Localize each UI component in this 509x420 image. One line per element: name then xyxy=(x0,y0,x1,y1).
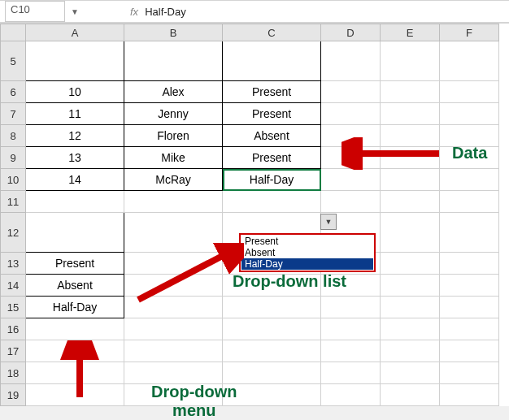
cell[interactable] xyxy=(124,191,223,213)
row-header[interactable]: 10 xyxy=(1,169,26,191)
cell[interactable] xyxy=(26,318,124,340)
cell[interactable] xyxy=(381,103,440,125)
col-header-A[interactable]: A xyxy=(26,24,124,41)
cell[interactable] xyxy=(321,169,381,191)
cell[interactable] xyxy=(440,318,499,340)
dropdown-option[interactable]: Present xyxy=(241,236,373,247)
cell[interactable] xyxy=(223,297,321,318)
cell[interactable] xyxy=(440,275,499,297)
cell[interactable] xyxy=(124,362,223,384)
cell[interactable] xyxy=(223,318,321,340)
cell[interactable] xyxy=(223,362,321,384)
cell[interactable] xyxy=(321,362,381,384)
cell[interactable] xyxy=(321,384,381,406)
cell[interactable] xyxy=(381,125,440,147)
cell[interactable] xyxy=(26,340,124,362)
cell-name[interactable]: Mike xyxy=(124,147,223,169)
header-attendance[interactable]: Attendance xyxy=(223,41,321,81)
cell[interactable] xyxy=(223,275,321,297)
cell[interactable] xyxy=(223,191,321,213)
validation-dropdown-list[interactable]: Present Absent Half-Day xyxy=(239,233,376,272)
cell[interactable] xyxy=(381,340,440,362)
dropdown-option[interactable]: Absent xyxy=(241,247,373,258)
cell[interactable] xyxy=(440,340,499,362)
cell-att-active[interactable]: Half-Day xyxy=(223,169,321,191)
cell-name[interactable]: Jenny xyxy=(124,103,223,125)
cell[interactable] xyxy=(124,213,223,253)
row-header[interactable]: 18 xyxy=(1,362,26,384)
cell[interactable] xyxy=(381,297,440,318)
cell[interactable] xyxy=(124,297,223,318)
cell-name[interactable]: Floren xyxy=(124,125,223,147)
col-header-D[interactable]: D xyxy=(321,24,381,41)
row-header[interactable]: 12 xyxy=(1,213,26,253)
cell[interactable] xyxy=(321,103,381,125)
row-header[interactable]: 8 xyxy=(1,125,26,147)
cell[interactable] xyxy=(381,41,440,81)
cell[interactable] xyxy=(124,384,223,406)
list-item[interactable]: Absent xyxy=(26,275,124,297)
cell[interactable] xyxy=(440,191,499,213)
cell[interactable] xyxy=(26,362,124,384)
cell-name[interactable]: McRay xyxy=(124,169,223,191)
cell-roll[interactable]: 14 xyxy=(26,169,124,191)
cell-att[interactable]: Present xyxy=(223,103,321,125)
col-header-E[interactable]: E xyxy=(381,24,440,41)
row-header[interactable]: 13 xyxy=(1,253,26,275)
cell[interactable] xyxy=(440,213,499,253)
cell-roll[interactable]: 10 xyxy=(26,81,124,103)
cell[interactable] xyxy=(321,318,381,340)
cell[interactable] xyxy=(440,147,499,169)
cell-name[interactable]: Alex xyxy=(124,81,223,103)
cell-att[interactable]: Present xyxy=(223,81,321,103)
row-header[interactable]: 7 xyxy=(1,103,26,125)
cell[interactable] xyxy=(381,191,440,213)
list-header[interactable]: List Items xyxy=(26,213,124,253)
cell[interactable] xyxy=(124,318,223,340)
cell[interactable] xyxy=(124,253,223,275)
cell[interactable] xyxy=(321,147,381,169)
select-all-corner[interactable] xyxy=(1,24,26,41)
cell[interactable] xyxy=(321,297,381,318)
worksheet-grid[interactable]: A B C D E F 5 Roll No. Name Attendance 6… xyxy=(0,24,509,406)
dropdown-option-selected[interactable]: Half-Day xyxy=(241,258,373,270)
cell[interactable] xyxy=(381,213,440,253)
cell-att[interactable]: Absent xyxy=(223,125,321,147)
list-item[interactable]: Present xyxy=(26,253,124,275)
row-header[interactable]: 19 xyxy=(1,384,26,406)
cell-att[interactable]: Present xyxy=(223,147,321,169)
cell[interactable] xyxy=(440,297,499,318)
col-header-F[interactable]: F xyxy=(440,24,499,41)
cell[interactable] xyxy=(124,340,223,362)
name-box-dropdown-icon[interactable]: ▼ xyxy=(68,7,81,16)
row-header[interactable]: 17 xyxy=(1,340,26,362)
cell-roll[interactable]: 11 xyxy=(26,103,124,125)
cell[interactable] xyxy=(223,384,321,406)
cell[interactable] xyxy=(440,41,499,81)
cell[interactable] xyxy=(321,81,381,103)
validation-dropdown-button[interactable]: ▼ xyxy=(320,214,337,230)
cell[interactable] xyxy=(26,191,124,213)
formula-bar[interactable]: fx Half-Day xyxy=(130,6,186,18)
cell[interactable] xyxy=(440,81,499,103)
cell[interactable] xyxy=(440,103,499,125)
row-header[interactable]: 14 xyxy=(1,275,26,297)
col-header-C[interactable]: C xyxy=(223,24,321,41)
cell[interactable] xyxy=(440,362,499,384)
cell[interactable] xyxy=(381,169,440,191)
header-roll[interactable]: Roll No. xyxy=(26,41,124,81)
list-item[interactable]: Half-Day xyxy=(26,297,124,318)
row-header[interactable]: 9 xyxy=(1,147,26,169)
row-header[interactable]: 16 xyxy=(1,318,26,340)
col-header-B[interactable]: B xyxy=(124,24,223,41)
header-name[interactable]: Name xyxy=(124,41,223,81)
cell[interactable] xyxy=(321,340,381,362)
cell[interactable] xyxy=(381,318,440,340)
cell-roll[interactable]: 12 xyxy=(26,125,124,147)
row-header[interactable]: 5 xyxy=(1,41,26,81)
cell[interactable] xyxy=(321,275,381,297)
cell[interactable] xyxy=(321,191,381,213)
cell[interactable] xyxy=(223,340,321,362)
row-header[interactable]: 11 xyxy=(1,191,26,213)
row-header[interactable]: 6 xyxy=(1,81,26,103)
